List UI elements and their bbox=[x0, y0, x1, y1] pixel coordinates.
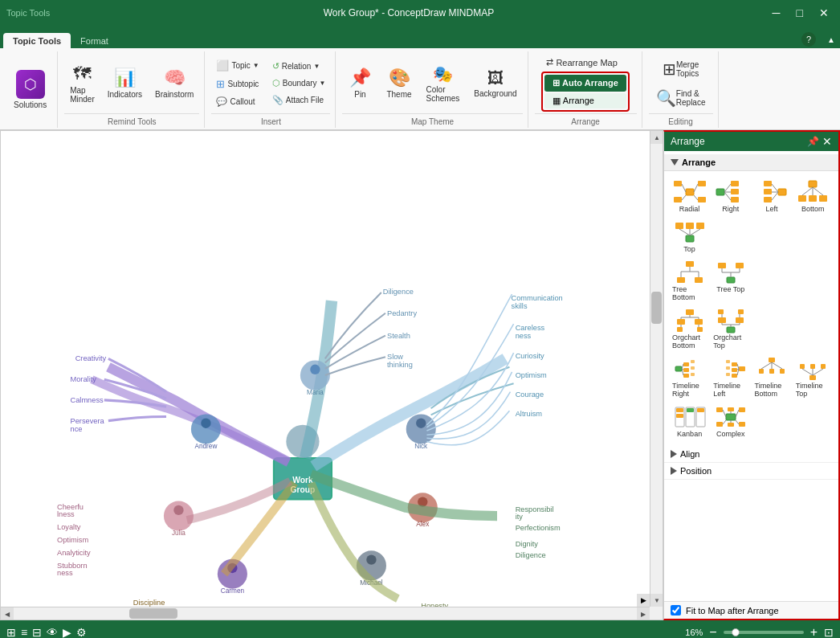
minimize-button[interactable]: ─ bbox=[768, 5, 785, 21]
arrange-orgchart-top-button[interactable]: Orgchart Top bbox=[712, 306, 749, 351]
svg-rect-156 bbox=[780, 369, 785, 374]
eye-icon[interactable]: 👁 bbox=[47, 626, 58, 638]
brainstorm-button[interactable]: 🧠 Brainstorm bbox=[149, 63, 199, 103]
arrange-icons-grid: Radial Right bbox=[664, 171, 838, 446]
svg-text:Work: Work bbox=[292, 476, 313, 485]
maximize-button[interactable]: □ bbox=[792, 5, 808, 21]
svg-rect-161 bbox=[800, 364, 805, 369]
scroll-thumb-vertical[interactable] bbox=[651, 292, 662, 324]
arrange-radial-button[interactable]: Radial bbox=[671, 178, 708, 215]
svg-rect-183 bbox=[728, 407, 734, 411]
auto-arrange-icon: ⊞ bbox=[553, 78, 560, 88]
svg-rect-60 bbox=[686, 189, 694, 195]
find-replace-button[interactable]: 🔍 Find &Replace bbox=[649, 84, 713, 112]
arrange-timeline-left-button[interactable]: Timeline Left bbox=[712, 354, 749, 399]
svg-line-137 bbox=[682, 364, 683, 369]
svg-rect-71 bbox=[731, 189, 739, 194]
svg-rect-143 bbox=[739, 366, 745, 371]
fit-icon[interactable]: ⊡ bbox=[824, 626, 834, 638]
align-section-header[interactable]: Align bbox=[664, 446, 838, 463]
position-section-header[interactable]: Position bbox=[664, 463, 838, 480]
svg-line-180 bbox=[736, 410, 739, 417]
arrange-kanban-button[interactable]: Kanban bbox=[671, 403, 708, 440]
arrange-timeline-right-button[interactable]: Timeline Right bbox=[671, 354, 708, 399]
tab-topic-tools[interactable]: Topic Tools bbox=[3, 33, 71, 49]
panel-close-button[interactable]: ✕ bbox=[822, 135, 832, 148]
arrange-timeline-bottom-button[interactable]: Timeline Bottom bbox=[753, 354, 791, 399]
zoom-in-button[interactable]: + bbox=[810, 625, 818, 638]
list-icon[interactable]: ≡ bbox=[21, 626, 27, 638]
indicators-button[interactable]: 📊 Indicators bbox=[102, 63, 148, 103]
svg-line-96 bbox=[690, 229, 700, 235]
empty-cell-4 bbox=[753, 258, 791, 303]
window-title: Work Group* - ConceptDraw MINDMAP bbox=[50, 7, 767, 18]
svg-text:Perfectionism: Perfectionism bbox=[516, 524, 561, 532]
arrange-right-button[interactable]: Right bbox=[712, 178, 749, 215]
arrange-label: Arrange bbox=[535, 113, 637, 126]
arrange-bottom-button[interactable]: Bottom bbox=[794, 178, 832, 215]
relation-button[interactable]: ↺ Relation ▼ bbox=[267, 59, 331, 74]
pin-button[interactable]: 📌 Pin bbox=[342, 63, 377, 103]
callout-icon: 💬 bbox=[216, 96, 227, 107]
arrange-orgchart-bottom-button[interactable]: Orgchart Bottom bbox=[671, 306, 708, 351]
svg-line-73 bbox=[724, 184, 731, 192]
settings-icon[interactable]: ⚙ bbox=[76, 626, 87, 638]
close-button[interactable]: ✕ bbox=[814, 5, 834, 21]
arrange-complex-button[interactable]: Complex bbox=[712, 403, 749, 440]
svg-line-181 bbox=[723, 420, 726, 424]
solutions-button[interactable]: ⬡ Solutions bbox=[8, 66, 52, 113]
rearrange-map-button[interactable]: ⇄ Rearrange Map bbox=[541, 55, 630, 70]
position-section-toggle bbox=[671, 467, 677, 475]
ribbon-collapse-button[interactable]: ▲ bbox=[822, 34, 840, 46]
expand-panel-button[interactable]: ▶ bbox=[637, 594, 650, 607]
theme-button[interactable]: 🎨 Theme bbox=[381, 63, 417, 103]
scroll-thumb-horizontal[interactable] bbox=[129, 608, 177, 619]
arrange-left-button[interactable]: Left bbox=[753, 178, 791, 215]
scroll-down-button[interactable]: ▼ bbox=[650, 594, 663, 607]
empty-cell-1 bbox=[712, 218, 744, 243]
arrange-section-header[interactable]: Arrange bbox=[664, 154, 838, 171]
subtopic-button[interactable]: ⊞ Subtopic bbox=[211, 76, 263, 92]
zoom-out-button[interactable]: − bbox=[709, 625, 716, 638]
background-button[interactable]: 🖼 Background bbox=[468, 65, 522, 102]
map-minder-button[interactable]: 🗺 MapMinder bbox=[64, 59, 100, 108]
attach-file-button[interactable]: 📎 Attach File bbox=[267, 92, 331, 108]
svg-rect-84 bbox=[798, 195, 806, 202]
svg-rect-153 bbox=[769, 358, 775, 362]
horizontal-scrollbar[interactable]: ◀ ▶ bbox=[1, 607, 650, 620]
arrange-button[interactable]: ▦ Arrange bbox=[544, 93, 626, 108]
auto-arrange-button[interactable]: ⊞ Auto Arrange bbox=[544, 75, 626, 92]
zoom-slider[interactable] bbox=[724, 631, 804, 634]
svg-point-10 bbox=[201, 419, 210, 428]
panel-pin-button[interactable]: 📌 bbox=[807, 135, 819, 148]
svg-rect-77 bbox=[764, 181, 772, 186]
boundary-button[interactable]: ⬡ Boundary ▼ bbox=[267, 76, 331, 91]
rearrange-icon: ⇄ bbox=[546, 57, 553, 67]
help-button[interactable]: ? bbox=[801, 32, 816, 47]
fit-map-label: Fit to Map after Arrange bbox=[686, 606, 779, 616]
svg-rect-113 bbox=[695, 319, 703, 325]
tab-format[interactable]: Format bbox=[71, 33, 118, 49]
svg-rect-122 bbox=[727, 327, 735, 333]
topic-button[interactable]: ⬜ Topic ▼ bbox=[211, 57, 263, 74]
svg-text:Altruism: Altruism bbox=[516, 411, 543, 419]
merge-topics-icon: ⊞ bbox=[663, 59, 676, 79]
empty-cell-7 bbox=[794, 306, 832, 351]
vertical-scrollbar[interactable]: ▲ ▼ bbox=[650, 131, 663, 607]
arrange-top-button[interactable]: Top bbox=[671, 218, 708, 255]
scroll-up-button[interactable]: ▲ bbox=[650, 131, 663, 144]
layers-icon[interactable]: ⊟ bbox=[32, 626, 42, 638]
scroll-left-button[interactable]: ◀ bbox=[1, 607, 14, 620]
arrange-timeline-top-button[interactable]: Timeline Top bbox=[794, 354, 832, 399]
merge-topics-button[interactable]: ⊞ MergeTopics bbox=[649, 55, 713, 83]
grid-icon[interactable]: ⊞ bbox=[6, 626, 16, 638]
play-icon[interactable]: ▶ bbox=[63, 626, 71, 638]
color-schemes-button[interactable]: 🎭 ColorSchemes bbox=[421, 60, 466, 107]
arrange-tree-top-button[interactable]: Tree Top bbox=[712, 258, 749, 303]
canvas-area[interactable]: Work Group Creativity Morality Calmness … bbox=[0, 130, 663, 620]
arrange-highlighted-area: ⊞ Auto Arrange ▦ Arrange bbox=[541, 72, 630, 112]
scroll-right-button[interactable]: ▶ bbox=[637, 607, 650, 620]
callout-button[interactable]: 💬 Callout bbox=[211, 94, 263, 109]
fit-map-checkbox[interactable] bbox=[671, 605, 681, 616]
arrange-tree-bottom-button[interactable]: Tree Bottom bbox=[671, 258, 708, 303]
